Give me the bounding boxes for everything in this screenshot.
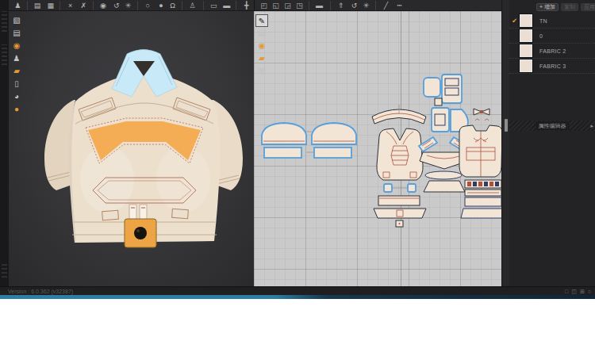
pattern-piece-collar-band[interactable] (425, 171, 462, 179)
fabric-item[interactable]: FABRIC 2 (509, 44, 595, 59)
transform-d-icon[interactable]: ◳ (294, 1, 305, 10)
pin-ring-tool-icon[interactable]: ◉ (10, 40, 23, 52)
hook-icon[interactable]: ↺ (349, 1, 359, 10)
circle-tool-icon[interactable]: ○ (137, 1, 155, 10)
shirt-dim-tool-icon[interactable]: ▥ (255, 65, 268, 78)
fabric-swatch[interactable] (520, 44, 532, 57)
apply-fabric-button[interactable]: 应用 (581, 3, 595, 11)
transform-a-icon[interactable]: ◰ (259, 1, 269, 10)
splitter-handle[interactable] (505, 119, 508, 132)
pattern-pieces-layer (254, 11, 501, 286)
flatten-icon[interactable]: ▭ (203, 1, 221, 10)
folder-tool-icon[interactable]: ▰ (10, 65, 23, 78)
cloth-tool-icon[interactable]: ▧ (10, 14, 23, 27)
simulate-cloth-alt-icon[interactable]: ▦ (45, 1, 56, 10)
head-tool-icon[interactable]: ◕ (10, 90, 23, 103)
tool-column-3d: ▧▤◉♟▰▯◕● (10, 14, 23, 116)
fabric-label: 0 (539, 33, 543, 39)
shirt-sync-tool-icon[interactable]: ▤ (255, 27, 268, 40)
expand-icon[interactable]: ▸ (590, 121, 593, 131)
fabric-label: TN (539, 18, 547, 24)
dashed-line-icon[interactable]: ┅ (394, 1, 405, 10)
buckle-button[interactable] (134, 227, 147, 239)
copy-fabric-button[interactable]: 复制 (561, 3, 578, 11)
pattern-piece-collar[interactable] (372, 105, 426, 124)
transform-c-icon[interactable]: ◲ (282, 1, 293, 10)
flatten-alt-icon[interactable]: ▬ (221, 1, 232, 10)
pattern-piece-bows[interactable] (474, 109, 489, 121)
property-editor-bar[interactable]: 属性编辑器 ▸ (509, 121, 595, 131)
fabric-swatch[interactable] (520, 59, 532, 72)
fabric-swatch[interactable] (520, 14, 532, 27)
app-window: ♟▤▦×✗◉↺✳○●Ω♙▭▬╋ ◰◱◲◳▬⇑↺✳╱┅ ▧▤◉♟▰▯◕● (0, 0, 595, 299)
pattern-piece-front-bodice[interactable] (377, 128, 423, 180)
pattern-piece-sleeve-left[interactable] (262, 123, 306, 158)
side-tab[interactable] (2, 44, 7, 65)
fabric-check-icon[interactable]: ✔ (509, 17, 520, 25)
pattern-piece-front-tabs[interactable] (384, 184, 416, 192)
plus-icon: + (539, 4, 543, 10)
garment-3d[interactable] (9, 11, 254, 286)
fabric-panel: + 增加 复制 应用 ✔TN0FABRIC 2FABRIC 3 属性编辑器 ▸ (509, 0, 595, 286)
select-cross-icon[interactable]: × (60, 1, 77, 10)
pen-tool-icon[interactable]: ✎ (255, 14, 268, 27)
pattern-piece-waist-bands[interactable] (461, 180, 501, 218)
tool-column-2d: ✎▤◉▰▥ (255, 14, 268, 78)
fold-arrow-icon[interactable]: ⇑ (330, 1, 347, 10)
fabric-panel-toolbar: + 增加 复制 应用 (509, 0, 595, 12)
avatar-pose-icon[interactable]: ♟ (13, 1, 23, 10)
sphere-tool-icon[interactable]: ● (156, 1, 167, 10)
fabric-label: FABRIC 2 (539, 48, 566, 54)
viewport-2d[interactable]: ✎▤◉▰▥ (254, 11, 501, 286)
side-tab[interactable] (2, 11, 7, 32)
viewport-3d[interactable]: ▧▤◉♟▰▯◕● (9, 11, 254, 286)
pattern-piece-cap[interactable] (424, 181, 465, 192)
side-tab[interactable] (2, 262, 7, 278)
draw-line-icon[interactable]: ╱ (375, 1, 393, 10)
fabric-list: ✔TN0FABRIC 2FABRIC 3 (509, 13, 595, 74)
iron-icon[interactable]: ▬ (309, 1, 326, 10)
simulate-cloth-icon[interactable]: ▤ (27, 1, 44, 10)
magnet-icon[interactable]: Ω (167, 1, 178, 10)
shirt-tool-icon[interactable]: ▤ (10, 27, 23, 40)
pin-ring-tool-icon[interactable]: ◉ (255, 40, 268, 52)
add-fabric-button[interactable]: + 增加 (536, 3, 559, 11)
pattern-piece-pouches[interactable] (424, 75, 468, 132)
pattern-piece-back-bodice[interactable] (459, 125, 501, 177)
property-editor-label: 属性编辑器 (536, 121, 570, 130)
avatar-tool-icon[interactable]: ♟ (10, 52, 23, 65)
fabric-item[interactable]: FABRIC 3 (509, 59, 595, 74)
toolbar-2d: ◰◱◲◳▬⇑↺✳╱┅ (254, 0, 501, 11)
flower-icon[interactable]: ✳ (123, 1, 133, 10)
fabric-item[interactable]: ✔TN (509, 13, 595, 29)
ball-tool-icon[interactable]: ● (10, 103, 23, 116)
fabric-label: FABRIC 3 (539, 63, 566, 69)
transform-b-icon[interactable]: ◱ (271, 1, 281, 10)
page-footer: huitugou .com 加入VIP 畅享海外高端素材 (0, 299, 595, 364)
fabric-swatch[interactable] (520, 29, 532, 42)
pattern-piece-waistband[interactable] (378, 196, 420, 205)
pattern-piece-belt[interactable] (374, 209, 426, 227)
toolbar-3d: ♟▤▦×✗◉↺✳○●Ω♙▭▬╋ (9, 0, 254, 11)
flower-icon[interactable]: ✳ (361, 1, 371, 10)
folder-tool-icon[interactable]: ▰ (255, 52, 268, 65)
hook-icon[interactable]: ↺ (111, 1, 121, 10)
page-tool-icon[interactable]: ▯ (10, 78, 23, 90)
gizmo-icon[interactable]: ╋ (236, 1, 253, 10)
delete-cross-icon[interactable]: ✗ (79, 1, 89, 10)
fabric-item[interactable]: 0 (509, 29, 595, 44)
pin-icon[interactable]: ◉ (93, 1, 110, 10)
mannequin-icon[interactable]: ♙ (182, 1, 199, 10)
pattern-piece-sleeve-right[interactable] (312, 123, 356, 158)
